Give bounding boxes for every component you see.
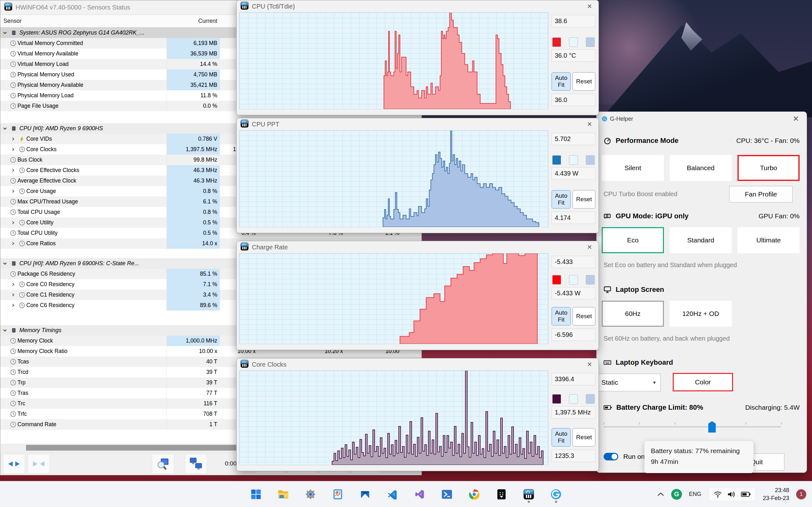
mode-silent-button[interactable]: Silent <box>602 155 664 181</box>
taskbar-visual-studio-icon[interactable] <box>411 486 428 503</box>
graph-color-swatches[interactable] <box>552 38 595 47</box>
graph-plot-area[interactable] <box>239 253 548 344</box>
graph-current-value: 4.439 W <box>552 167 595 180</box>
sensor-label: Core Utility <box>26 219 54 226</box>
sensor-current-value: 99.8 MHz <box>166 155 220 165</box>
sensor-current-value: 1 T <box>166 419 220 430</box>
sensor-label: Trfc <box>17 411 27 417</box>
system-summary-button[interactable] <box>152 454 174 474</box>
keyboard-color-button[interactable]: Color <box>673 373 733 391</box>
dropdown-caret-icon: ▼ <box>652 380 657 385</box>
column-sensor[interactable]: Sensor <box>0 18 21 24</box>
language-indicator[interactable]: ENG <box>689 491 701 498</box>
gpu-ultimate-button[interactable]: Ultimate <box>738 227 800 253</box>
sensor-extra-value: 1, <box>223 144 238 155</box>
clock[interactable]: 23:48 23-Feb-23 <box>763 487 789 502</box>
run-on-startup-toggle[interactable] <box>604 453 618 460</box>
taskbar-vscode-icon[interactable] <box>384 486 401 503</box>
graph-title: CPU (Tctl/Tdie) <box>252 3 295 10</box>
reset-button[interactable]: Reset <box>572 190 595 209</box>
graph-close-icon[interactable]: ✕ <box>584 120 595 128</box>
column-current[interactable]: Current <box>166 18 220 24</box>
graph-close-icon[interactable]: ✕ <box>584 360 595 368</box>
screen-60hz-button[interactable]: 60Hz <box>602 301 664 327</box>
grammarly-tray-icon[interactable]: G <box>671 489 682 500</box>
sensor-label: Package C6 Residency <box>17 271 75 277</box>
ghelper-titlebar[interactable]: G G-Helper ✕ <box>597 112 807 126</box>
taskbar-terminal-black-icon[interactable] <box>493 486 510 503</box>
graph-titlebar[interactable]: Core Clocks ✕ <box>237 358 599 371</box>
autofit-button[interactable]: Auto Fit <box>552 307 571 326</box>
expand-all-button[interactable] <box>3 454 25 474</box>
taskbar-mail-icon[interactable] <box>356 486 374 503</box>
taskbar-powershell-icon[interactable] <box>438 486 456 503</box>
autofit-button[interactable]: Auto Fit <box>552 72 571 91</box>
graph-side-panel: 38.6 36.0 °C Auto Fit Reset 36.0 <box>548 12 599 109</box>
taskbar-ghelper-icon[interactable] <box>547 486 565 503</box>
sensor-current-value: 46.3 MHz <box>166 176 220 186</box>
keyboard-icon <box>604 360 611 365</box>
tray-status-cluster[interactable] <box>708 487 756 501</box>
sensor-label: Memory Clock Ratio <box>17 348 67 354</box>
sensor-label: Memory Clock <box>17 337 53 344</box>
taskbar-explorer-icon[interactable] <box>274 486 292 503</box>
hwinfo-graph-icon <box>241 360 249 370</box>
sensor-current-value: 0.786 V <box>166 134 220 144</box>
slider-tick <box>639 422 640 425</box>
graph-side-panel: 3396.4 1,397.5 MHz Auto Fit Reset 1235.3 <box>548 371 599 465</box>
slider-tick <box>604 422 604 425</box>
notification-badge[interactable]: 1 <box>796 489 806 499</box>
taskbar-start-icon[interactable] <box>247 486 265 503</box>
gpu-fan-status: GPU Fan: 0% <box>758 212 800 220</box>
sensor-current-value: 46.3 MHz <box>166 165 220 176</box>
mode-balanced-button[interactable]: Balanced <box>670 155 732 181</box>
sensor-current-value: 1,397.5 MHz <box>166 144 220 155</box>
battery-limit-slider[interactable] <box>604 426 781 428</box>
taskbar-settings-icon[interactable] <box>302 486 319 503</box>
graph-close-icon[interactable]: ✕ <box>584 3 595 10</box>
gpu-section-header: GPU Mode: iGPU only GPU Fan: 0% <box>597 212 807 220</box>
graph-color-swatches[interactable] <box>552 275 595 285</box>
tray-chevron-icon[interactable] <box>657 492 664 497</box>
hwinfo-graph-icon <box>241 242 249 252</box>
autofit-button[interactable]: Auto Fit <box>552 428 571 447</box>
graph-titlebar[interactable]: CPU PPT ✕ <box>237 118 599 130</box>
hwinfo-graph-icon <box>241 2 249 11</box>
sensor-current-value: 3.4 % <box>166 290 220 300</box>
graph-color-swatches[interactable] <box>552 394 595 404</box>
taskbar-chrome-icon[interactable] <box>465 486 483 503</box>
sensor-label: Core C0 Residency <box>26 281 74 288</box>
reset-button[interactable]: Reset <box>572 428 595 447</box>
fan-profile-button[interactable]: Fan Profile <box>729 186 793 203</box>
sensor-current-value: 0.5 % <box>166 217 220 228</box>
slider-handle[interactable] <box>708 421 716 433</box>
screen-120hz-button[interactable]: 120Hz + OD <box>670 301 732 327</box>
ghelper-close-icon[interactable]: ✕ <box>790 114 802 123</box>
graph-close-icon[interactable]: ✕ <box>584 243 595 251</box>
graph-plot-area[interactable] <box>239 130 548 227</box>
gpu-eco-button[interactable]: Eco <box>602 227 664 253</box>
reset-button[interactable]: Reset <box>572 307 595 326</box>
graph-titlebar[interactable]: Charge Rate ✕ <box>237 241 599 253</box>
sensor-current-value: 14.0 x <box>166 238 220 249</box>
graph-plot-area[interactable] <box>239 371 548 465</box>
graph-color-swatches[interactable] <box>552 155 595 165</box>
graph-titlebar[interactable]: CPU (Tctl/Tdie) ✕ <box>237 0 599 12</box>
reset-button[interactable]: Reset <box>572 72 595 91</box>
sensor-current-value: 1,000.0 MHz <box>166 336 220 346</box>
mode-turbo-button[interactable]: Turbo <box>738 155 800 181</box>
remote-monitor-button[interactable] <box>185 454 207 474</box>
graph-side-panel: 5.702 4.439 W Auto Fit Reset 4.174 <box>548 130 599 227</box>
graph-max-value: 3396.4 <box>552 373 595 385</box>
taskbar-hwinfo-icon[interactable] <box>520 486 538 503</box>
collapse-all-button[interactable] <box>28 454 50 474</box>
keyboard-mode-dropdown[interactable]: Static ▼ <box>597 374 661 391</box>
taskbar-monitor-app-icon[interactable] <box>329 486 347 503</box>
graph-plot-area[interactable] <box>239 12 548 109</box>
graph-min-value: 36.0 <box>552 94 595 106</box>
gpu-note: Set Eco on battery and Standard when plu… <box>604 262 737 269</box>
graph-window-core-clocks: Core Clocks ✕ 3396.4 1,397.5 MHz Auto Fi… <box>236 358 599 471</box>
sensor-current-value: 14.4 % <box>166 59 220 69</box>
gpu-standard-button[interactable]: Standard <box>670 227 732 253</box>
autofit-button[interactable]: Auto Fit <box>552 190 571 209</box>
